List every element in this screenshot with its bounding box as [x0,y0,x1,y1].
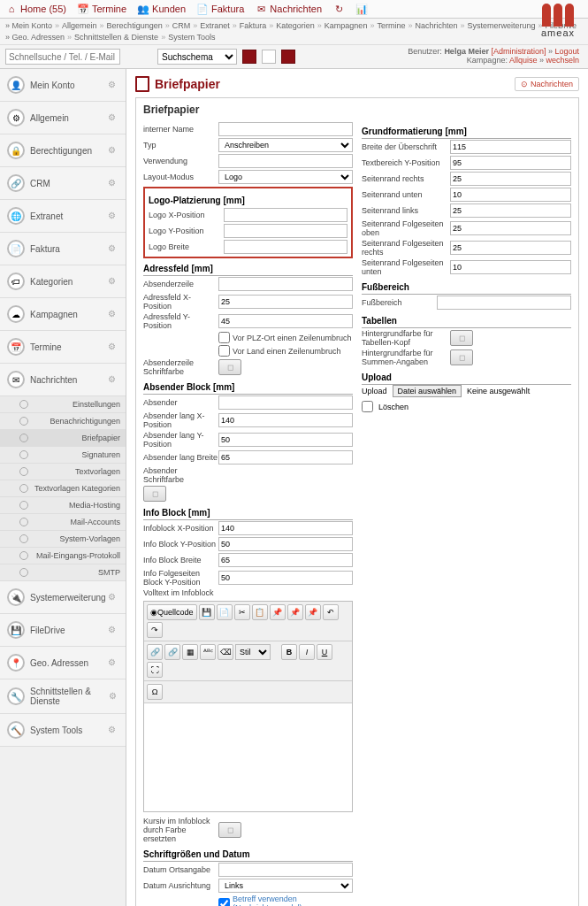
sidebar-item-schnittstellen[interactable]: 🔧Schnittstellen & Dienste⚙ [0,680,126,714]
absender-color-button[interactable] [143,486,166,502]
sidebar-sub-einstellungen[interactable]: Einstellungen [0,396,126,413]
rte-unlink-button[interactable]: 🔗 [164,644,180,660]
list-button[interactable] [281,50,295,64]
upload-button[interactable]: Datei auswählen [393,385,462,397]
rte-abc-button[interactable]: ᴬᴮᶜ [200,644,216,660]
sidebar-sub-mail-accounts[interactable]: Mail-Accounts [0,514,126,531]
rte-quellcode-button[interactable]: ◉ Quellcode [147,604,197,620]
interner-name-input[interactable] [218,122,353,136]
sidebar-sub-mail-eingangs-protokoll[interactable]: Mail-Eingangs-Protokoll [0,548,126,564]
sidebar-item-geoadressen[interactable]: 📍Geo. Adressen⚙ [0,647,126,680]
seitenrand-links-input[interactable] [450,203,571,218]
sidebar-sub-textvorlagen-kategorien[interactable]: Textvorlagen Kategorien [0,480,126,497]
fussbereich-input[interactable] [437,296,571,310]
absender-lang-y-input[interactable] [218,433,353,447]
tabellen-kopf-color-button[interactable] [450,330,473,346]
schema-select[interactable]: Suchschema [157,49,237,65]
rte-copy-button[interactable]: 📋 [252,604,268,620]
nav-chart[interactable]: 📊 [355,3,368,15]
rte-expand-button[interactable]: ⛶ [147,662,163,678]
sidebar-sub-signaturen[interactable]: Signaturen [0,447,126,464]
info-folgeseiten-y-input[interactable] [218,571,353,585]
search-input[interactable] [5,49,120,65]
sidebar-sub-smtp[interactable]: SMTP [0,564,126,581]
sidebar-item-allgemein[interactable]: ⚙Allgemein⚙ [0,102,126,134]
logo-breite-input[interactable] [224,240,347,254]
sidebar-sub-textvorlagen[interactable]: Textvorlagen [0,464,126,480]
rte-link-button[interactable]: 🔗 [147,644,163,660]
sidebar-item-faktura[interactable]: 📄Faktura⚙ [0,233,126,265]
verwendung-input[interactable] [218,154,353,168]
ueberschrift-breite-input[interactable] [450,140,571,154]
sidebar-item-meinkonto[interactable]: 👤Mein Konto⚙ [0,69,126,102]
sidebar-item-systemerweiterung[interactable]: 🔌Systemerweiterung⚙ [0,581,126,614]
nav-sync[interactable]: ↻ [332,3,345,15]
rte-cut-button[interactable]: ✂ [234,604,250,620]
sidebar-item-kampagnen[interactable]: ☁Kampagnen⚙ [0,298,126,331]
infoblock-breite-input[interactable] [218,553,353,567]
rte-new-button[interactable]: 📄 [217,604,233,620]
rte-redo-button[interactable]: ↷ [147,622,163,638]
sidebar-item-berechtigungen[interactable]: 🔒Berechtigungen⚙ [0,134,126,167]
rte-italic-button[interactable]: I [299,644,315,660]
nav-kunden[interactable]: 👥Kunden [137,3,186,15]
land-zeilenumbruch-checkbox[interactable] [218,345,230,357]
textbereich-y-input[interactable] [450,156,571,170]
datum-ausrichtung-select[interactable]: Links [218,879,353,893]
sidebar-item-systemtools[interactable]: 🔨System Tools⚙ [0,714,126,747]
adressfeld-y-input[interactable] [218,314,353,328]
seitenrand-rechts-input[interactable] [450,172,571,186]
loeschen-checkbox[interactable] [362,401,373,412]
rte-table-button[interactable]: ▦ [182,644,198,660]
logo-y-input[interactable] [224,224,347,238]
sidebar-sub-briefpapier[interactable]: Briefpapier [0,430,126,447]
absenderzeile-input[interactable] [218,277,353,291]
rte-paste2-button[interactable]: 📌 [287,604,303,620]
absender-lang-x-input[interactable] [218,413,353,427]
rte-paste3-button[interactable]: 📌 [305,604,321,620]
betreff-verwenden-checkbox[interactable] [218,898,230,906]
nav-nachrichten[interactable]: ✉Nachrichten [255,3,322,15]
rte-underline-button[interactable]: U [317,644,332,660]
kursiv-color-button[interactable] [218,822,241,838]
nachrichten-button[interactable]: ⊙ Nachrichten [515,77,579,91]
sidebar-sub-media-hosting[interactable]: Media-Hosting [0,497,126,514]
adv-button[interactable] [262,50,276,64]
rte-save-button[interactable]: 💾 [199,604,215,620]
rte-undo-button[interactable]: ↶ [323,604,339,620]
rte-clean-button[interactable]: ⌫ [218,644,233,660]
plz-zeilenumbruch-checkbox[interactable] [218,332,230,343]
rte-textarea[interactable] [144,703,352,810]
absender-lang-breite-input[interactable] [218,450,353,465]
nav-home[interactable]: ⌂Home (55) [5,3,66,15]
infoblock-y-input[interactable] [218,537,353,551]
nav-faktura[interactable]: 📄Faktura [196,3,244,15]
seitenrand-unten-input[interactable] [450,188,571,202]
logout-link[interactable]: Logout [554,47,579,56]
seitenrand-folge-oben-input[interactable] [450,221,571,235]
rte-bold-button[interactable]: B [281,644,297,660]
sidebar-item-filedrive[interactable]: 💾FileDrive⚙ [0,614,126,647]
sidebar-sub-system-vorlagen[interactable]: System-Vorlagen [0,531,126,548]
search-button[interactable] [242,50,256,64]
seitenrand-folge-rechts-input[interactable] [450,241,571,255]
switch-link[interactable]: wechseln [546,56,579,65]
sidebar-item-termine[interactable]: 📅Termine⚙ [0,331,126,364]
absenderzeile-color-button[interactable] [218,359,241,375]
rte-omega-button[interactable]: Ω [147,684,163,700]
sidebar-item-nachrichten[interactable]: ✉Nachrichten⚙ [0,364,126,396]
datum-ort-input[interactable] [218,863,353,877]
sidebar-item-kategorien[interactable]: 🏷Kategorien⚙ [0,265,126,298]
nav-termine[interactable]: 📅Termine [77,3,126,15]
rte-paste-button[interactable]: 📌 [270,604,286,620]
seitenrand-folge-unten-input[interactable] [450,260,571,274]
sidebar-item-extranet[interactable]: 🌐Extranet⚙ [0,200,126,233]
sidebar-sub-benachrichtigungen[interactable]: Benachrichtigungen [0,413,126,430]
layout-modus-select[interactable]: Logo [218,170,353,184]
infoblock-x-input[interactable] [218,521,353,535]
rte-stil-select[interactable]: Stil [235,644,271,660]
logo-x-input[interactable] [224,208,347,222]
absender-input[interactable] [218,395,353,410]
sidebar-item-crm[interactable]: 🔗CRM⚙ [0,167,126,200]
summen-color-button[interactable] [450,349,473,365]
